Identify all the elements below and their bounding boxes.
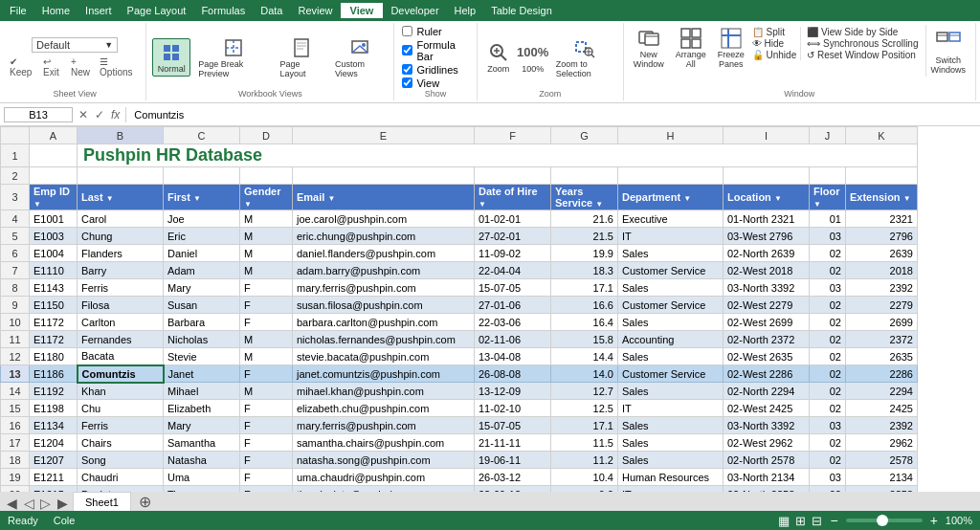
cell[interactable]: natasha.song@pushpin.com [293, 452, 475, 469]
zoom-100-btn[interactable]: 100% 100% [518, 39, 548, 76]
cell[interactable]: Customer Service [618, 365, 724, 383]
cell[interactable]: Accounting [618, 331, 724, 348]
cell[interactable]: 19.9 [551, 245, 618, 262]
cell[interactable]: 16.6 [551, 297, 618, 314]
cell[interactable]: Carol [78, 210, 164, 228]
cell[interactable]: Mary [164, 279, 240, 297]
cell[interactable]: 02-West 2018 [724, 262, 810, 279]
cell[interactable]: Fernandes [78, 331, 164, 348]
col-ext[interactable]: Extension ▼ [846, 185, 918, 210]
cell[interactable]: E1143 [30, 279, 78, 297]
col-header-h[interactable]: H [618, 127, 724, 144]
cell[interactable]: 02-West 2279 [724, 297, 810, 314]
cell[interactable]: Filosa [78, 297, 164, 314]
cell[interactable]: 14.4 [551, 348, 618, 365]
view-normal-icon[interactable]: ▦ [778, 514, 790, 528]
cell[interactable]: 2279 [846, 297, 918, 314]
cell[interactable]: 22-03-06 [475, 314, 551, 331]
menu-page-layout[interactable]: Page Layout [120, 3, 194, 18]
hide-btn[interactable]: 👁 Hide [752, 38, 796, 49]
exit-btn[interactable]: ↩ Exit [43, 56, 67, 77]
cell[interactable]: 03 [810, 228, 846, 245]
cell-a1[interactable] [30, 144, 78, 167]
cell[interactable]: 11.5 [551, 434, 618, 452]
split-btn[interactable]: 📋 Split [752, 27, 796, 37]
cell[interactable]: M [240, 383, 293, 400]
cell[interactable]: 02 [810, 434, 846, 452]
cell[interactable]: E1211 [30, 469, 78, 486]
cell[interactable]: 12.7 [551, 383, 618, 400]
cell[interactable]: 02 [810, 314, 846, 331]
cell[interactable]: barbara.carlton@pushpin.com [293, 314, 475, 331]
col-email[interactable]: Email ▼ [293, 185, 475, 210]
menu-file[interactable]: File [2, 3, 34, 18]
cell[interactable]: Susan [164, 297, 240, 314]
cell[interactable]: 02-North 2639 [724, 245, 810, 262]
zoom-btn[interactable]: Zoom [483, 39, 514, 76]
cell[interactable]: Adam [164, 262, 240, 279]
cell[interactable]: 02 [810, 383, 846, 400]
page-layout-btn[interactable]: Page Layout [277, 34, 327, 80]
cell[interactable]: Sales [618, 417, 724, 434]
gridlines-checkbox[interactable]: Gridlines [402, 64, 468, 76]
cell[interactable]: 2018 [846, 262, 918, 279]
cell[interactable]: 03 [810, 469, 846, 486]
cell[interactable]: Song [78, 452, 164, 469]
col-gender[interactable]: Gender ▼ [240, 185, 293, 210]
cell[interactable]: joe.carol@pushpin.com [293, 210, 475, 228]
sheet-tab-active[interactable]: Sheet1 [73, 492, 131, 511]
cell[interactable]: mary.ferris@pushpin.com [293, 279, 475, 297]
cell[interactable]: 2578 [846, 452, 918, 469]
cell-b13-selected[interactable]: Comuntzis [78, 365, 164, 383]
cell[interactable] [240, 167, 293, 185]
menu-help[interactable]: Help [447, 3, 484, 18]
cell[interactable]: 2294 [846, 383, 918, 400]
cell[interactable]: 21.5 [551, 228, 618, 245]
cell[interactable]: Sales [618, 314, 724, 331]
cell[interactable]: 13-12-09 [475, 383, 551, 400]
menu-insert[interactable]: Insert [78, 3, 120, 18]
cell[interactable]: 2635 [846, 348, 918, 365]
cell[interactable] [164, 167, 240, 185]
col-floor[interactable]: Floor ▼ [810, 185, 846, 210]
cell[interactable]: 02 [810, 400, 846, 417]
cell[interactable]: 21-11-11 [475, 434, 551, 452]
keep-btn[interactable]: ✔ Keep [10, 56, 39, 77]
cell[interactable]: Samantha [164, 434, 240, 452]
cell[interactable] [78, 167, 164, 185]
cell[interactable]: 15-07-05 [475, 279, 551, 297]
cell[interactable] [551, 167, 618, 185]
col-header-k[interactable]: K [846, 127, 918, 144]
cell[interactable]: F [240, 469, 293, 486]
menu-developer[interactable]: Developer [383, 3, 446, 18]
cell[interactable]: 2796 [846, 228, 918, 245]
cell[interactable]: 27-02-01 [475, 228, 551, 245]
col-header-d[interactable]: D [240, 127, 293, 144]
zoom-out-btn[interactable]: − [828, 513, 839, 528]
cell[interactable]: nicholas.fernandes@pushpin.com [293, 331, 475, 348]
cell[interactable]: 03-North 2134 [724, 469, 810, 486]
cell[interactable]: F [240, 365, 293, 383]
cell[interactable]: 02-North 2578 [724, 452, 810, 469]
cell[interactable]: mihael.khan@pushpin.com [293, 383, 475, 400]
cell[interactable]: Daniel [164, 245, 240, 262]
cell[interactable]: E1192 [30, 383, 78, 400]
page-break-btn[interactable]: Page Break Preview [194, 34, 272, 80]
cell[interactable]: E1172 [30, 331, 78, 348]
cell[interactable]: 10.4 [551, 469, 618, 486]
cell[interactable]: Sales [618, 245, 724, 262]
arrange-all-btn[interactable]: Arrange All [672, 25, 710, 71]
sheet-nav-left2[interactable]: ◁ [22, 496, 36, 511]
cell[interactable]: 19-06-11 [475, 452, 551, 469]
cell[interactable]: Eric [164, 228, 240, 245]
cell[interactable]: Nicholas [164, 331, 240, 348]
col-header-f[interactable]: F [475, 127, 551, 144]
cell[interactable]: E1204 [30, 434, 78, 452]
zoom-slider[interactable] [846, 519, 923, 522]
formula-bar-checkbox[interactable]: Formula Bar [402, 39, 468, 62]
sheet-nav-right2[interactable]: ▷ [38, 496, 53, 511]
cell[interactable]: Sales [618, 348, 724, 365]
cell[interactable]: 02-West 2286 [724, 365, 810, 383]
cell[interactable]: Natasha [164, 452, 240, 469]
cell[interactable] [846, 167, 918, 185]
